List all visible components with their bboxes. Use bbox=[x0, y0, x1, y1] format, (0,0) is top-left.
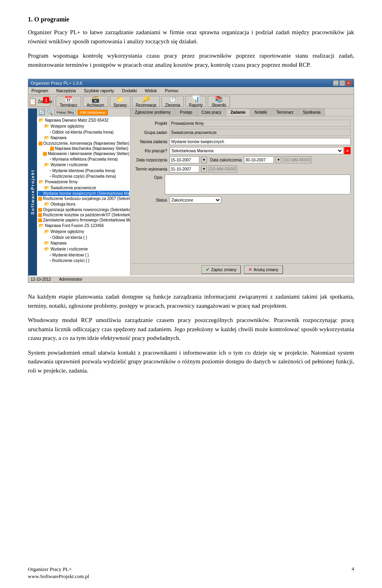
tree-item[interactable]: 📂Naprawa Daewoo Matiz ZSD 65432 bbox=[38, 117, 129, 123]
close-button[interactable]: ✕ bbox=[346, 80, 351, 86]
end-date-placeholder-input[interactable] bbox=[283, 156, 312, 163]
tree-item-icon: 📂 bbox=[44, 124, 50, 129]
page-footer: Organizer Pracy PL+ www.SoftwareProjekt.… bbox=[28, 566, 354, 580]
tab-terminarz[interactable]: Terminarz bbox=[272, 109, 298, 116]
form-row-kto-pracuje: Kto pracuje? Sekretarkowa Marianna ✕ bbox=[134, 147, 351, 154]
tree-item[interactable]: ▪Odbiór od klienta { } bbox=[38, 235, 129, 240]
tree-item-icon: 🟧 bbox=[50, 147, 54, 151]
kto-pracuje-select-group: Sekretarkowa Marianna ✕ bbox=[170, 147, 351, 154]
tab-notatki[interactable]: Notatki bbox=[250, 109, 271, 116]
refresh-icon[interactable]: 🔄 bbox=[39, 109, 45, 115]
tree-item[interactable]: 📂Prowadzenie firmy bbox=[38, 179, 129, 185]
toolbar-slowniki[interactable]: 📚 Słowniki bbox=[208, 96, 230, 107]
menu-szybkie-raporty[interactable]: Szybkie raporty bbox=[82, 88, 116, 93]
menu-pomoc[interactable]: Pomoc bbox=[163, 88, 180, 93]
cancel-changes-button[interactable]: ✕ Anuluj zmiany bbox=[244, 265, 283, 274]
filter-status: Filtr nieaktywny bbox=[78, 110, 108, 115]
menu-widok[interactable]: Widok bbox=[143, 88, 159, 93]
status-select[interactable]: Zakończone bbox=[170, 196, 221, 204]
show-filters-button[interactable]: Pokaż filtry bbox=[55, 110, 76, 115]
opis-textarea[interactable] bbox=[165, 175, 351, 194]
tree-item[interactable]: 🟧Organizacja spółkania noworocznego (Sek… bbox=[38, 207, 129, 212]
tree-item-label: Obsługa biura bbox=[51, 202, 75, 206]
grupa-label: Grupa zadań bbox=[134, 130, 170, 135]
tree-item[interactable]: ▪Odbiór od klienta (Pracowita Irena) bbox=[38, 129, 129, 135]
kto-pracuje-label: Kto pracuje? bbox=[134, 149, 170, 153]
tree-item[interactable]: 🟧Zamówienie papieru firmowego (Sekretark… bbox=[38, 217, 129, 223]
form-content: Projekt Prowadzenie firmy Grupa zadań Św… bbox=[131, 116, 354, 263]
nazwa-input[interactable] bbox=[170, 138, 351, 145]
form-row-nazwa: Nazwa zadania bbox=[134, 138, 351, 145]
tree-item-label: Wydanie klientowi (Pracowita Irena) bbox=[52, 169, 115, 173]
tree-item-label: Naprawa Daewoo Matiz ZSD 65432 bbox=[45, 118, 109, 122]
tab-postep[interactable]: Postęp bbox=[175, 109, 197, 116]
end-date-input[interactable] bbox=[244, 156, 274, 163]
start-date-picker-btn[interactable]: ▼ bbox=[201, 156, 207, 163]
tree-item[interactable]: 🟧Oczyszczenie, konserwacja (Naprawowy St… bbox=[38, 141, 129, 146]
tree-item[interactable]: 📂Wstępne oględziny bbox=[38, 123, 129, 129]
tree-item[interactable]: 🟧Malowanie i lakierowanie (Naprawowy Ste… bbox=[38, 151, 129, 156]
termin-placeholder-input[interactable] bbox=[209, 165, 237, 173]
tree-item-icon: 📂 bbox=[44, 246, 50, 252]
toolbar-zlecenia[interactable]: ⏱️ Zlecenia bbox=[162, 96, 184, 107]
tree-item-label: Wydanie klientowi { } bbox=[52, 253, 89, 257]
tree-item-icon: 🟧 bbox=[38, 142, 43, 146]
tree-item[interactable]: 📂Obsługa biura bbox=[38, 201, 129, 207]
termin-date-input[interactable] bbox=[170, 165, 199, 173]
tree-item[interactable]: 📂Naprawa bbox=[38, 135, 129, 141]
tree-item[interactable]: ▪Wydanie klientowi { } bbox=[38, 252, 129, 258]
tree-item[interactable]: 📂Wstępne oględziny bbox=[38, 229, 129, 235]
tree-item[interactable]: ▪Rozliczenie części { } bbox=[38, 258, 129, 263]
kto-pracuje-select[interactable]: Sekretarkowa Marianna bbox=[170, 147, 343, 154]
termin-date-picker-btn[interactable]: ▼ bbox=[201, 165, 207, 173]
toolbar-divider-1 bbox=[53, 96, 53, 107]
tree-item[interactable]: ▪Rozliczenie części (Pracowita Irena) bbox=[38, 173, 129, 179]
tree-item[interactable]: ▪Wymiana reflektora (Pracowita Irena) bbox=[38, 156, 129, 162]
grupa-value: Świadczenia pracownicze bbox=[170, 129, 351, 136]
paragraph-4: Wbudowany moduł RCP umożliwia zarządzani… bbox=[28, 316, 354, 343]
tree-item-icon: ▪ bbox=[50, 130, 51, 134]
tree-item[interactable]: 🔵Wydanie bonów świątecznych (Sekretarkow… bbox=[38, 191, 129, 196]
toolbar-zadania[interactable]: 📋 1 Zadania bbox=[30, 96, 51, 107]
tree-item-label: Organizacja spółkania noworocznego (Sekr… bbox=[43, 208, 130, 212]
toolbar-rezerwacje[interactable]: 🔑 Rezerwacje bbox=[132, 96, 160, 107]
toolbar-raporty[interactable]: 📊 Raporty bbox=[185, 96, 206, 107]
task-tree[interactable]: 📂Naprawa Daewoo Matiz ZSD 65432📂Wstępne … bbox=[37, 116, 130, 276]
tree-item[interactable]: 🟧Rozliczenie funduszu socjalnego za 2007… bbox=[38, 196, 129, 201]
toolbar-sprawy[interactable]: 📁 Sprawy bbox=[110, 96, 131, 107]
search-icon[interactable]: 🔍 bbox=[47, 109, 53, 115]
tab-czas-pracy[interactable]: Czas pracy bbox=[197, 109, 226, 116]
tree-item[interactable]: 📂Naprawa Ford Fusion ZS 123456 bbox=[38, 223, 129, 229]
tree-item-label: Wstępne oględziny bbox=[51, 229, 84, 234]
window-title: Organizer Pracy PL+ 1.0.6 bbox=[31, 81, 82, 85]
tabs-row: Zgłoszone problemy Postęp Czas pracy Zad… bbox=[131, 109, 354, 116]
tree-item[interactable]: ▪Wydanie klientowi (Pracowita Irena) bbox=[38, 168, 129, 173]
tree-item[interactable]: 🟧Rozliczenie kosztów za październik'07 (… bbox=[38, 212, 129, 217]
menu-narzedzia[interactable]: Narzędzia bbox=[55, 88, 78, 93]
maximize-button[interactable]: □ bbox=[339, 80, 345, 86]
tab-spotkania[interactable]: Spotkania bbox=[298, 109, 325, 116]
slowniki-icon: 📚 bbox=[215, 95, 223, 103]
kto-pracuje-clear-btn[interactable]: ✕ bbox=[344, 147, 351, 154]
start-date-input[interactable] bbox=[170, 156, 199, 163]
save-changes-button[interactable]: ✔ Zapisz zmiany bbox=[201, 265, 241, 274]
tab-zadanie[interactable]: Zadanie bbox=[226, 109, 250, 116]
status-label: Status bbox=[134, 198, 170, 202]
tree-item-icon: ▪ bbox=[50, 157, 51, 161]
tree-item[interactable]: 📂Świadczenia pracownicze bbox=[38, 185, 129, 191]
tab-zgloszone-problemy[interactable]: Zgłoszone problemy bbox=[131, 109, 175, 116]
toolbar-terminarz[interactable]: 📅 Terminarz bbox=[56, 96, 81, 107]
tree-item[interactable]: 📂Wydanie i rozliczenie bbox=[38, 162, 129, 168]
end-date-picker-btn[interactable]: ▼ bbox=[275, 156, 281, 163]
minimize-button[interactable]: _ bbox=[333, 80, 339, 86]
tree-item-label: Naprawa bbox=[51, 136, 66, 140]
menu-dodatki[interactable]: Dodatki bbox=[121, 88, 138, 93]
toolbar-archiwum[interactable]: 🗃️ Archiwum bbox=[83, 96, 108, 107]
menu-program[interactable]: Program bbox=[30, 88, 50, 93]
tree-item-icon: ▪ bbox=[50, 174, 51, 179]
tree-item[interactable]: 🟧Naprawa blacharska (Naprawowy Stefan) bbox=[38, 146, 129, 151]
form-action-buttons: ✔ Zapisz zmiany ✕ Anuluj zmiany bbox=[131, 263, 354, 276]
tree-item[interactable]: 📂Wydanie i rozliczenie bbox=[38, 246, 129, 252]
paragraph-1: Organizer Pracy PL+ to łatwe zarządzanie… bbox=[28, 28, 354, 46]
tree-item[interactable]: 📂Naprawa bbox=[38, 240, 129, 246]
